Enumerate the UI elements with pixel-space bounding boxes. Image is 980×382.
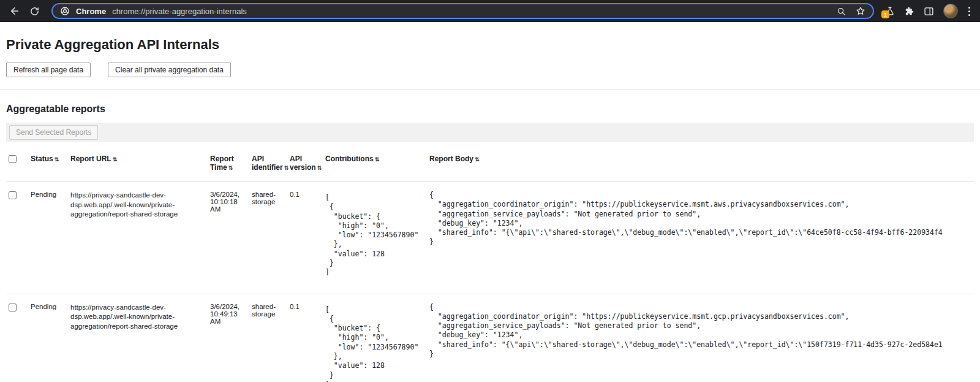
reload-icon bbox=[29, 6, 40, 17]
sort-icon: ⇅ bbox=[113, 156, 118, 162]
omnibox[interactable]: Chrome chrome://private-aggregation-inte… bbox=[51, 3, 874, 19]
select-all-header-cell bbox=[6, 147, 31, 182]
contributions-cell: [ { "bucket": { "high": "0", "low": "123… bbox=[325, 294, 429, 382]
table-row: Pending https://privacy-sandcastle-dev-d… bbox=[6, 182, 974, 294]
chrome-logo-icon bbox=[60, 6, 70, 16]
status-cell: Pending bbox=[31, 294, 70, 382]
col-header-report-time[interactable]: Report Time⇅ bbox=[210, 147, 252, 182]
side-panel-icon[interactable] bbox=[924, 6, 934, 17]
browser-toolbar: Chrome chrome://private-aggregation-inte… bbox=[0, 0, 980, 22]
sort-icon: ⇅ bbox=[375, 156, 380, 162]
contributions-cell: [ { "bucket": { "high": "0", "low": "123… bbox=[325, 182, 429, 294]
api-identifier-cell: shared-storage bbox=[252, 182, 290, 294]
report-body-cell: { "aggregation_coordinator_origin": "htt… bbox=[429, 182, 974, 294]
labs-button[interactable]: 1 bbox=[885, 6, 895, 16]
api-identifier-cell: shared-storage bbox=[252, 294, 290, 382]
col-header-report-body[interactable]: Report Body⇅ bbox=[429, 147, 974, 182]
api-version-cell: 0.1 bbox=[290, 294, 325, 382]
report-body-json: { "aggregation_coordinator_origin": "htt… bbox=[429, 191, 967, 247]
col-header-api-version[interactable]: API version⇅ bbox=[290, 147, 325, 182]
section-title: Aggregatable reports bbox=[6, 104, 974, 115]
sort-icon: ⇅ bbox=[284, 165, 289, 171]
reports-table: Status⇅ Report URL⇅ Report Time⇅ API ide… bbox=[6, 147, 974, 382]
back-button[interactable] bbox=[6, 2, 23, 20]
back-arrow-icon bbox=[9, 6, 20, 17]
row-checkbox[interactable] bbox=[9, 304, 17, 311]
section-divider bbox=[0, 90, 980, 90]
reload-button[interactable] bbox=[26, 2, 43, 20]
send-selected-reports-button[interactable]: Send Selected Reports bbox=[9, 125, 98, 140]
api-version-cell: 0.1 bbox=[290, 182, 325, 294]
sort-icon: ⇅ bbox=[55, 156, 59, 162]
extensions-puzzle-icon[interactable] bbox=[904, 6, 914, 17]
sort-icon: ⇅ bbox=[317, 165, 322, 171]
report-url-cell: https://privacy-sandcastle-dev-dsp.web.a… bbox=[70, 182, 210, 294]
checkbox-cell bbox=[6, 182, 31, 294]
refresh-all-button[interactable]: Refresh all page data bbox=[6, 63, 91, 77]
table-row: Pending https://privacy-sandcastle-dev-d… bbox=[6, 294, 974, 382]
top-actions: Refresh all page data Clear all private … bbox=[6, 63, 974, 77]
contributions-json: [ { "bucket": { "high": "0", "low": "123… bbox=[325, 305, 422, 382]
select-all-checkbox[interactable] bbox=[9, 155, 17, 163]
report-body-cell: { "aggregation_coordinator_origin": "htt… bbox=[429, 294, 974, 382]
table-header-row: Status⇅ Report URL⇅ Report Time⇅ API ide… bbox=[6, 147, 974, 182]
labs-badge: 1 bbox=[881, 10, 889, 18]
row-checkbox[interactable] bbox=[9, 191, 17, 199]
report-url-cell: https://privacy-sandcastle-dev-dsp.web.a… bbox=[70, 294, 210, 382]
report-time-cell: 3/6/2024, 10:10:18 AM bbox=[210, 182, 252, 294]
status-cell: Pending bbox=[31, 182, 70, 294]
checkbox-cell bbox=[6, 294, 31, 382]
report-time-cell: 3/6/2024, 10:49:13 AM bbox=[210, 294, 252, 382]
page-title: Private Aggregation API Internals bbox=[6, 37, 974, 53]
search-icon[interactable] bbox=[837, 7, 846, 16]
toolbar-right-cluster: 1 bbox=[883, 4, 974, 18]
send-reports-bar: Send Selected Reports bbox=[6, 123, 974, 142]
profile-avatar[interactable] bbox=[943, 4, 958, 18]
browser-menu-button[interactable] bbox=[967, 6, 971, 17]
sort-icon: ⇅ bbox=[228, 165, 233, 171]
contributions-json: [ { "bucket": { "high": "0", "low": "123… bbox=[325, 193, 422, 278]
omnibox-url-text[interactable]: chrome://private-aggregation-internals bbox=[112, 7, 247, 16]
page-content: Private Aggregation API Internals Refres… bbox=[0, 37, 980, 382]
clear-all-button[interactable]: Clear all private aggregation data bbox=[108, 63, 231, 77]
col-header-report-url[interactable]: Report URL⇅ bbox=[70, 147, 210, 182]
bookmark-star-icon[interactable] bbox=[856, 6, 865, 16]
col-header-api-identifier[interactable]: API identifier⇅ bbox=[252, 147, 290, 182]
col-header-contributions[interactable]: Contributions⇅ bbox=[325, 147, 429, 182]
sort-icon: ⇅ bbox=[475, 156, 480, 162]
omnibox-product-label: Chrome bbox=[76, 7, 106, 16]
report-body-json: { "aggregation_coordinator_origin": "htt… bbox=[429, 303, 967, 359]
col-header-status[interactable]: Status⇅ bbox=[31, 147, 70, 182]
